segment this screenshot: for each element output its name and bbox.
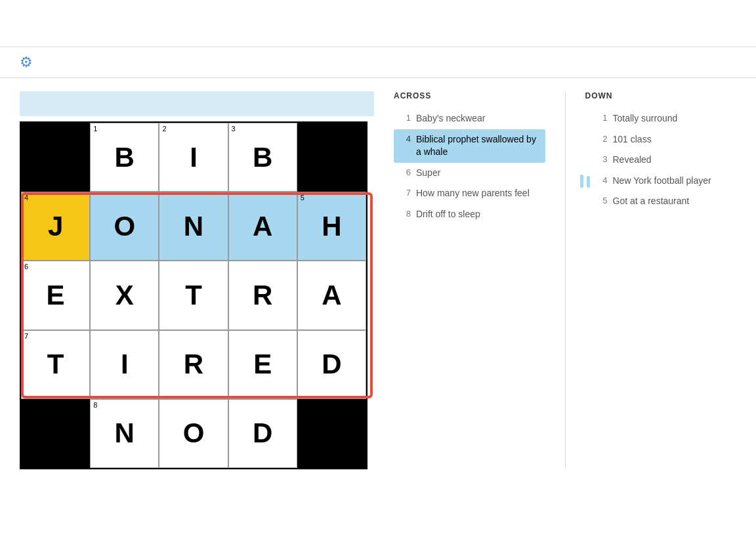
across-section: ACROSS 1Baby's neckwear4Biblical prophet… <box>394 91 545 469</box>
grid-cell[interactable]: A <box>297 261 366 330</box>
cell-letter: T <box>47 349 64 380</box>
cell-letter: X <box>116 280 134 311</box>
grid-cell[interactable]: 4J <box>21 192 90 261</box>
grid-cell[interactable] <box>297 399 366 468</box>
down-section: DOWN 1Totally surround2101 class3Reveale… <box>585 91 737 469</box>
grid-cell[interactable]: 8N <box>90 399 159 468</box>
cell-letter: E <box>253 349 272 380</box>
cell-letter: I <box>121 349 129 380</box>
cell-letter: D <box>253 417 272 449</box>
grid-cell[interactable]: D <box>228 399 297 468</box>
cell-number: 1 <box>93 125 97 133</box>
section-divider <box>565 91 566 469</box>
main-content: 1B2I3B4JONA5H6EXTRA7TIRED8NOD ACROSS 1Ba… <box>0 78 756 482</box>
down-clue-list: 1Totally surround2101 class3Revealed4New… <box>585 108 737 212</box>
clue-number: 1 <box>593 112 608 124</box>
cell-number: 2 <box>162 125 166 133</box>
grid-cell[interactable]: R <box>228 261 297 330</box>
clue-number: 3 <box>593 154 608 165</box>
grid-cell[interactable]: 3B <box>228 123 297 192</box>
grid-wrapper: 1B2I3B4JONA5H6EXTRA7TIRED8NOD <box>20 121 374 469</box>
cell-letter: O <box>114 211 135 242</box>
clue-number: 8 <box>396 208 411 220</box>
clue-number: 4 <box>593 175 608 186</box>
cell-letter: B <box>115 142 135 173</box>
clue-text: New York football player <box>613 175 734 188</box>
grid-cell[interactable]: A <box>228 192 297 261</box>
grid-cell[interactable]: 2I <box>159 123 228 192</box>
grid-cell[interactable]: O <box>90 192 159 261</box>
across-clue-item[interactable]: 4Biblical prophet swallowed by a whale <box>394 129 545 163</box>
down-clue-item[interactable]: 5Got at a restaurant <box>585 191 737 212</box>
down-clue-item[interactable]: 1Totally surround <box>585 108 737 129</box>
toolbar: ⚙ <box>0 47 756 78</box>
cell-number: 6 <box>24 263 28 270</box>
crossword-grid[interactable]: 1B2I3B4JONA5H6EXTRA7TIRED8NOD <box>20 121 368 469</box>
clue-text: Baby's neckwear <box>416 112 543 125</box>
cell-letter: A <box>253 211 272 242</box>
current-word-indicator <box>587 176 590 188</box>
cell-number: 3 <box>232 125 236 133</box>
down-clue-item[interactable]: 3Revealed <box>585 150 737 171</box>
cell-letter: E <box>47 280 65 311</box>
grid-cell[interactable] <box>21 399 90 468</box>
across-clue-item[interactable]: 8Drift off to sleep <box>394 204 545 225</box>
header <box>0 0 756 47</box>
cell-letter: A <box>322 280 341 311</box>
cell-letter: O <box>183 417 205 449</box>
grid-cell[interactable]: X <box>90 261 159 330</box>
grid-cell[interactable]: R <box>159 330 228 399</box>
cell-letter: H <box>322 211 341 242</box>
across-clue-list: 1Baby's neckwear4Biblical prophet swallo… <box>394 108 545 225</box>
cell-number: 4 <box>24 194 28 202</box>
clue-number: 6 <box>396 167 411 179</box>
crossword-area: 1B2I3B4JONA5H6EXTRA7TIRED8NOD <box>20 91 374 469</box>
clue-text: How many new parents feel <box>416 187 543 200</box>
across-clue-item[interactable]: 6Super <box>394 163 545 184</box>
clue-text: Biblical prophet swallowed by a whale <box>416 133 543 159</box>
down-clue-item[interactable]: 2101 class <box>585 129 737 150</box>
cell-letter: B <box>253 142 272 173</box>
grid-cell[interactable]: 5H <box>297 192 366 261</box>
grid-cell[interactable]: 1B <box>90 123 159 192</box>
cell-letter: N <box>115 417 135 449</box>
clue-number: 4 <box>396 133 411 145</box>
cell-letter: N <box>184 211 203 242</box>
grid-cell[interactable] <box>21 123 90 192</box>
clue-text: Super <box>416 167 543 180</box>
settings-icon[interactable]: ⚙ <box>20 54 33 71</box>
grid-cell[interactable]: D <box>297 330 366 399</box>
grid-cell[interactable]: I <box>90 330 159 399</box>
clue-text: Revealed <box>613 154 734 167</box>
cell-letter: D <box>322 349 341 380</box>
grid-cell[interactable] <box>297 123 366 192</box>
cell-letter: T <box>185 280 202 311</box>
grid-cell[interactable]: 7T <box>21 330 90 399</box>
grid-cell[interactable]: N <box>159 192 228 261</box>
clue-number: 7 <box>396 187 411 199</box>
down-clue-item[interactable]: 4New York football player <box>585 171 737 192</box>
grid-cell[interactable]: E <box>228 330 297 399</box>
cell-letter: J <box>48 211 63 242</box>
across-clue-item[interactable]: 1Baby's neckwear <box>394 108 545 129</box>
clue-text: Got at a restaurant <box>613 195 734 208</box>
cell-letter: R <box>184 349 203 380</box>
down-title: DOWN <box>585 91 737 100</box>
clue-number: 5 <box>593 195 608 207</box>
clues-panel: ACROSS 1Baby's neckwear4Biblical prophet… <box>394 91 736 469</box>
across-clue-item[interactable]: 7How many new parents feel <box>394 183 545 204</box>
cell-letter: R <box>253 280 272 311</box>
cell-number: 8 <box>93 402 97 409</box>
cell-letter: I <box>190 142 198 173</box>
clue-text: Totally surround <box>613 112 734 125</box>
clue-text: 101 class <box>613 133 734 146</box>
active-clue-banner <box>20 91 374 116</box>
clue-number: 1 <box>396 112 411 124</box>
clue-number: 2 <box>593 133 608 145</box>
clue-text: Drift off to sleep <box>416 208 543 221</box>
across-title: ACROSS <box>394 91 545 100</box>
grid-cell[interactable]: T <box>159 261 228 330</box>
cell-number: 7 <box>24 333 28 340</box>
grid-cell[interactable]: 6E <box>21 261 90 330</box>
grid-cell[interactable]: O <box>159 399 228 468</box>
